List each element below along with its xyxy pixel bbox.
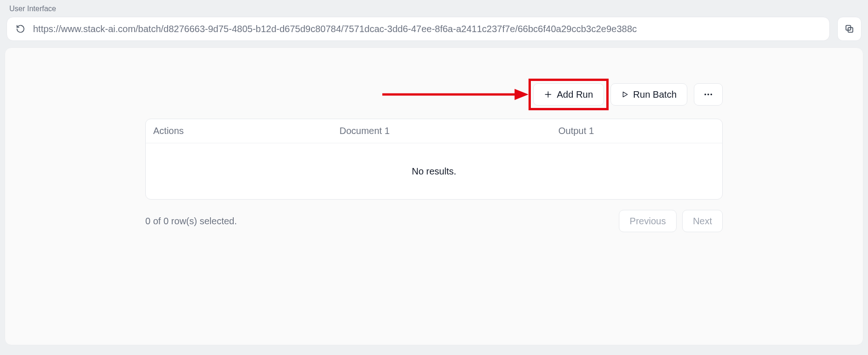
svg-point-8	[707, 94, 709, 95]
toolbar: Add Run Run Batch	[145, 83, 723, 106]
column-header-output-1: Output 1	[558, 126, 715, 136]
column-header-document-1: Document 1	[339, 126, 558, 136]
svg-marker-3	[515, 89, 529, 100]
table-footer: 0 of 0 row(s) selected. Previous Next	[145, 210, 723, 232]
more-horizontal-icon	[703, 89, 713, 100]
results-table: Actions Document 1 Output 1 No results.	[145, 119, 723, 200]
run-batch-button[interactable]: Run Batch	[610, 83, 687, 106]
url-text[interactable]: https://www.stack-ai.com/batch/d8276663-…	[33, 24, 637, 34]
reload-icon[interactable]	[15, 24, 26, 34]
table-body: No results.	[146, 143, 722, 199]
copy-button[interactable]	[837, 17, 861, 41]
add-run-button[interactable]: Add Run	[533, 83, 604, 106]
svg-point-9	[711, 94, 712, 95]
plus-icon	[544, 90, 552, 99]
pagination: Previous Next	[619, 210, 723, 232]
svg-point-7	[705, 94, 706, 95]
copy-icon	[844, 24, 854, 34]
selection-count: 0 of 0 row(s) selected.	[145, 216, 237, 227]
next-button[interactable]: Next	[682, 210, 723, 232]
url-bar: https://www.stack-ai.com/batch/d8276663-…	[7, 17, 830, 41]
page-title: User Interface	[0, 0, 868, 17]
add-run-label: Add Run	[557, 89, 593, 100]
svg-marker-6	[623, 92, 627, 97]
run-batch-label: Run Batch	[633, 89, 677, 100]
table-header-row: Actions Document 1 Output 1	[146, 119, 722, 143]
empty-state-text: No results.	[412, 166, 456, 177]
more-button[interactable]	[694, 83, 723, 106]
column-header-actions: Actions	[153, 126, 339, 136]
play-icon	[621, 91, 629, 98]
annotation-arrow	[380, 83, 529, 106]
main-panel: Add Run Run Batch	[5, 47, 863, 345]
previous-button[interactable]: Previous	[619, 210, 677, 232]
